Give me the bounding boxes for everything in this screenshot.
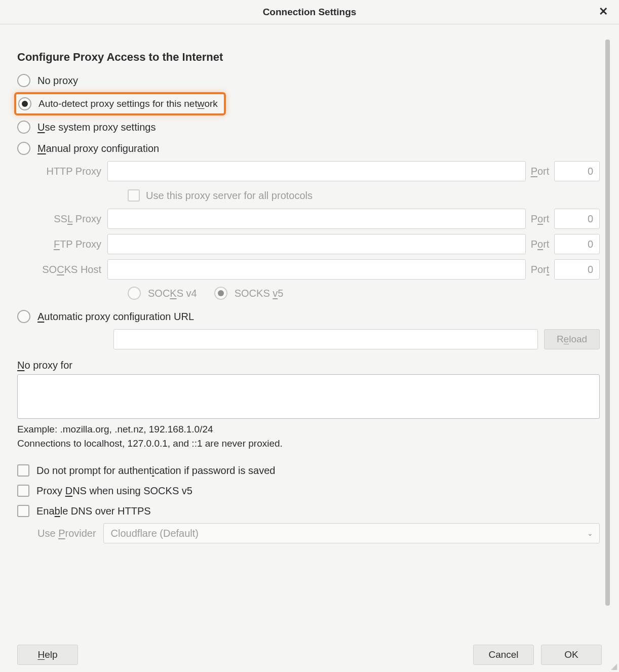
checkbox-label: Use this proxy server for all protocols [146,190,313,202]
checkbox-label: Do not prompt for authentication if pass… [36,465,275,477]
radio-label: Manual proxy configuration [37,143,159,154]
reload-button[interactable]: Reload [544,329,600,349]
ssl-proxy-label: SSL Proxy [37,213,107,225]
radio-label: Automatic proxy configuration URL [37,311,194,323]
pac-url-input[interactable] [113,329,538,349]
radio-system-proxy[interactable]: Use system proxy settings [17,116,600,138]
socks-host-row: SOCKS Host Port 0 [37,259,600,280]
socks-v4-label: SOCKS v4 [148,288,197,299]
checkbox-no-auth-prompt[interactable]: Do not prompt for authentication if pass… [17,460,600,481]
http-proxy-label: HTTP Proxy [37,166,107,177]
ssl-proxy-input[interactable] [107,209,526,229]
radio-manual-proxy[interactable]: Manual proxy configuration [17,138,600,159]
ftp-port-label: Port [526,239,554,250]
checkbox-icon [128,189,140,202]
http-proxy-row: HTTP Proxy Port 0 [37,161,600,181]
checkbox-proxy-dns-socks5[interactable]: Proxy DNS when using SOCKS v5 [17,481,600,501]
dialog-title: Connection Settings [263,7,357,18]
doh-provider-row: Use Provider Cloudflare (Default) ⌄ [37,523,600,543]
ftp-proxy-input[interactable] [107,234,526,254]
checkbox-label: Enable DNS over HTTPS [36,505,151,517]
radio-icon-selected[interactable] [18,97,31,110]
socks-v5-label: SOCKS v5 [235,288,284,299]
ssl-port-label: Port [526,213,554,225]
content: Configure Proxy Access to the Internet N… [0,24,619,543]
chevron-down-icon: ⌄ [587,529,593,537]
no-proxy-for-textarea[interactable] [17,374,600,419]
checkbox-enable-doh[interactable]: Enable DNS over HTTPS [17,501,600,521]
checkbox-icon [17,464,29,477]
radio-icon [17,74,30,87]
radio-socks-v4[interactable] [128,287,141,300]
radio-icon [17,121,30,134]
resize-grip-icon[interactable] [608,661,617,670]
dropdown-value: Cloudflare (Default) [111,528,199,539]
no-proxy-example: Example: .mozilla.org, .net.nz, 192.168.… [17,424,600,435]
scrollbar[interactable] [605,39,610,606]
socks-host-label: SOCKS Host [37,264,107,275]
close-icon[interactable]: ✕ [597,5,610,18]
radio-icon [17,142,30,155]
doh-provider-dropdown[interactable]: Cloudflare (Default) ⌄ [103,523,600,543]
dialog-footer: Help Cancel OK [0,638,619,672]
http-port-label: Port [526,166,554,177]
content-wrap: Configure Proxy Access to the Internet N… [0,24,619,672]
pac-url-row: Reload [37,329,600,349]
radio-label: Auto-detect proxy settings for this netw… [38,98,218,109]
radio-auto-detect-highlight: Auto-detect proxy settings for this netw… [14,92,226,115]
socks-version-row: SOCKS v4 SOCKS v5 [128,285,600,306]
radio-label: Use system proxy settings [37,122,156,133]
ftp-proxy-row: FTP Proxy Port 0 [37,234,600,254]
help-button[interactable]: Help [17,645,78,665]
ssl-port-input[interactable]: 0 [554,209,600,229]
checkbox-icon [17,505,29,517]
ftp-port-input[interactable]: 0 [554,234,600,254]
radio-no-proxy[interactable]: No proxy [17,70,600,91]
manual-proxy-fields: HTTP Proxy Port 0 Use this proxy server … [37,161,600,306]
checkbox-label: Proxy DNS when using SOCKS v5 [36,485,192,497]
titlebar: Connection Settings ✕ [0,0,619,24]
radio-icon [17,310,30,323]
ftp-proxy-label: FTP Proxy [37,239,107,250]
ssl-proxy-row: SSL Proxy Port 0 [37,209,600,229]
socks-port-label: Port [526,264,554,275]
section-heading: Configure Proxy Access to the Internet [17,51,600,64]
socks-port-input[interactable]: 0 [554,259,600,280]
ok-button[interactable]: OK [541,645,602,665]
doh-provider-label: Use Provider [37,528,96,539]
no-proxy-for-label: No proxy for [17,360,600,371]
cancel-button[interactable]: Cancel [473,645,534,665]
http-proxy-input[interactable] [107,161,526,181]
checkbox-icon [17,485,29,497]
use-for-all-protocols[interactable]: Use this proxy server for all protocols [128,186,600,209]
localhost-note: Connections to localhost, 127.0.0.1, and… [17,438,600,449]
socks-host-input[interactable] [107,259,526,280]
radio-socks-v5[interactable] [214,287,227,300]
http-port-input[interactable]: 0 [554,161,600,181]
radio-auto-config-url[interactable]: Automatic proxy configuration URL [17,306,600,327]
radio-label: No proxy [37,75,78,87]
